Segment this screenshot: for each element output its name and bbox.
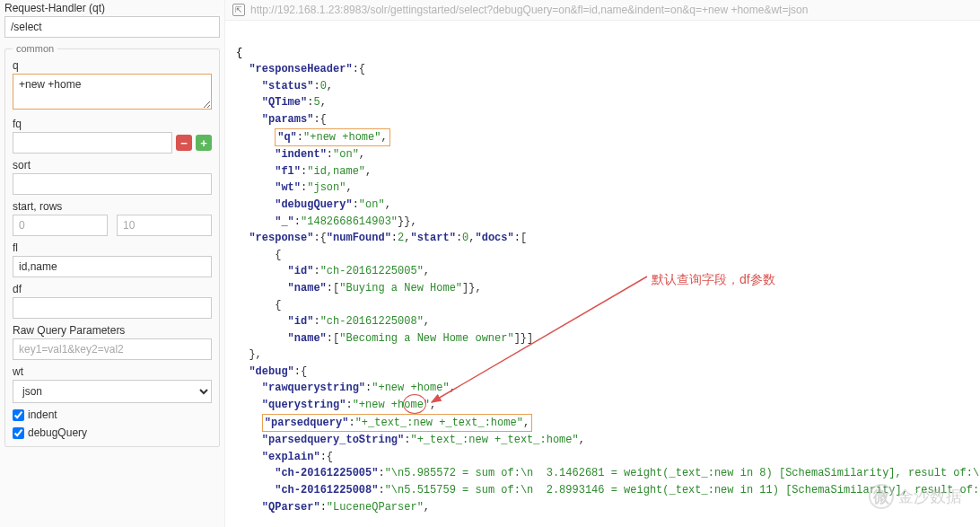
response-body: { "responseHeader":{ "status":0, "QTime"… [225, 21, 980, 527]
watermark-icon: 微 [869, 484, 894, 509]
start-rows-label: start, rows [13, 200, 212, 213]
common-legend: common [13, 43, 57, 54]
debugquery-label: debugQuery [28, 426, 87, 439]
fq-label: fq [13, 118, 212, 130]
fl-input[interactable] [13, 256, 212, 277]
main-panel: ⇱ http://192.168.1.23:8983/solr/gettings… [224, 0, 980, 527]
q-label: q [13, 59, 212, 72]
df-label: df [13, 283, 212, 295]
link-icon: ⇱ [232, 4, 245, 16]
wt-select[interactable]: json [13, 380, 212, 403]
q-input[interactable]: +new +home [13, 74, 212, 110]
debugquery-checkbox[interactable] [13, 427, 24, 439]
fq-input[interactable] [13, 132, 172, 154]
query-form-sidebar: Request-Handler (qt) common q +new +home… [0, 0, 224, 527]
remove-fq-icon[interactable]: − [176, 135, 192, 151]
sort-input[interactable] [13, 173, 212, 195]
rows-input[interactable] [117, 215, 212, 236]
request-handler-label: Request-Handler (qt) [4, 2, 220, 14]
indent-label: indent [28, 408, 57, 421]
annotation-text: 默认查询字段，df参数 [652, 270, 775, 290]
rawq-label: Raw Query Parameters [13, 324, 212, 337]
url-bar: ⇱ http://192.168.1.23:8983/solr/gettings… [225, 0, 980, 21]
wt-label: wt [13, 365, 212, 378]
rawq-input[interactable] [13, 338, 212, 360]
start-input[interactable] [13, 215, 108, 236]
watermark: 微 金沙数据 [869, 484, 962, 509]
add-fq-icon[interactable]: + [196, 135, 212, 151]
sort-label: sort [13, 159, 212, 171]
parsedquery-highlight: "parsedquery":"+_text_:new +_text_:home"… [262, 414, 532, 433]
request-handler-input[interactable] [4, 16, 220, 38]
df-input[interactable] [13, 297, 212, 319]
common-fieldset: common q +new +home fq − + sort [4, 43, 220, 447]
request-url[interactable]: http://192.168.1.23:8983/solr/gettingsta… [250, 4, 808, 16]
indent-checkbox[interactable] [13, 409, 24, 421]
q-param-highlight: "q":"+new +home", [275, 128, 389, 147]
fl-label: fl [13, 242, 212, 254]
